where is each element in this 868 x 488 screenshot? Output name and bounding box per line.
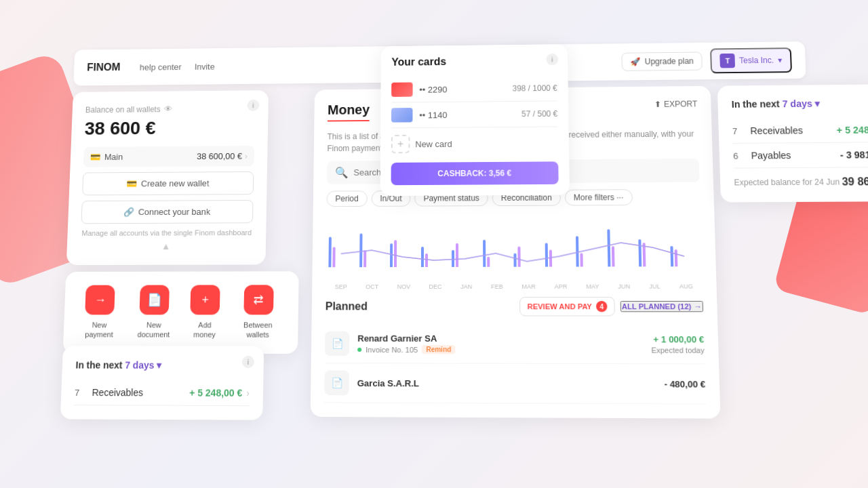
- next7-payables-value: - 3 981,00 €: [840, 149, 868, 160]
- export-icon: ⬆: [654, 100, 661, 109]
- next7-left-num: 7: [75, 387, 85, 397]
- chevron-right-icon: ›: [245, 151, 248, 161]
- wallet-main-amount: 38 600,00 € ›: [197, 151, 248, 161]
- planned-item-2-icon: 📄: [324, 370, 349, 395]
- next7-receivables-value: + 5 248,00 €: [836, 124, 868, 135]
- wallet-main-label: 💳 Main: [90, 152, 123, 162]
- main-wallet-row: 💳 Main 38 600,00 € ›: [83, 146, 254, 167]
- bar-dec-blue: [420, 247, 423, 267]
- bar-nov-blue: [390, 243, 393, 267]
- action-new-payment[interactable]: → New payment: [77, 285, 123, 340]
- bar-oct-purple: [363, 250, 366, 267]
- next7-left-title: In the next 7 days ▾: [75, 359, 250, 371]
- bar-jul-blue: [638, 239, 642, 266]
- link-icon: 🔗: [123, 207, 134, 218]
- bar-mar-purple: [517, 247, 520, 267]
- action-add-money[interactable]: + Add money: [186, 285, 224, 340]
- planned-item-1-sub: Invoice No. 105 Remind: [357, 345, 455, 354]
- eye-icon[interactable]: 👁: [164, 104, 173, 114]
- next7-days-right[interactable]: 7 days ▾: [782, 98, 820, 109]
- logo: FINOM: [87, 62, 121, 74]
- planned-item-1[interactable]: 📄 Renard Garnier SA Invoice No. 105 Remi…: [325, 325, 705, 365]
- next7-receivables-label: Receivables: [750, 125, 803, 136]
- new-card-plus-icon: +: [391, 135, 410, 153]
- all-planned-button[interactable]: ALL PLANNED (12) →: [620, 301, 703, 312]
- nav-invite[interactable]: Invite: [195, 62, 215, 72]
- collapse-icon[interactable]: ▲: [80, 241, 252, 252]
- next7-receivables[interactable]: 7 Receivables + 5 248,00 € ›: [732, 117, 868, 143]
- export-button[interactable]: ⬆ EXPORT: [654, 100, 698, 109]
- wallet-description: Manage all accounts via the single Finom…: [81, 228, 253, 237]
- upgrade-button[interactable]: 🚀 Upgrade plan: [622, 52, 703, 70]
- card-number-2: •• 1140: [419, 110, 447, 120]
- next7-left-info-icon[interactable]: i: [242, 356, 254, 368]
- planned-item-2-left: 📄 Garcia S.A.R.L: [324, 370, 419, 395]
- chart-apr: [545, 243, 573, 266]
- planned-item-1-info: Renard Garnier SA Invoice No. 105 Remind: [357, 333, 455, 354]
- your-cards-popup: i Your cards •• 2290 398 / 1000 € •• 114…: [380, 44, 570, 196]
- planned-title: Planned: [326, 300, 368, 312]
- add-money-icon: +: [191, 285, 220, 314]
- next7-days-left[interactable]: 7 days ▾: [125, 360, 161, 371]
- chart-aug: [670, 246, 699, 266]
- next7-payables[interactable]: 6 Payables - 3 981,00 € ›: [733, 142, 868, 168]
- action-between-wallets[interactable]: ⇄ Between wallets: [231, 285, 285, 340]
- chart-label-jun: JUN: [618, 283, 630, 290]
- planned-item-2-amount-col: - 480,00 €: [664, 378, 705, 389]
- bar-jul-purple: [643, 243, 646, 266]
- add-money-label: Add money: [186, 320, 223, 340]
- new-payment-icon: →: [85, 285, 116, 315]
- wallet-info-icon[interactable]: i: [247, 100, 259, 111]
- card-number-1: •• 2290: [419, 84, 447, 94]
- wallet-balance: 38 600 €: [84, 117, 255, 140]
- chart-area: [326, 212, 702, 268]
- new-payment-label: New payment: [77, 320, 122, 340]
- arrow-right-icon: →: [694, 302, 702, 310]
- filter-period[interactable]: Period: [326, 190, 367, 207]
- company-button[interactable]: T Tesla Inc. ▾: [710, 47, 792, 73]
- review-pay-button[interactable]: REVIEW AND PAY 4: [519, 297, 615, 316]
- bar-aug-purple: [674, 249, 677, 266]
- next7-receivables-left: 7 Receivables: [732, 125, 803, 136]
- cards-info-icon[interactable]: i: [546, 54, 558, 66]
- card-limit-2: 57 / 500 €: [521, 109, 557, 119]
- planned-item-1-name: Renard Garnier SA: [357, 333, 455, 344]
- plus-icon: 💳: [126, 179, 137, 189]
- remind-badge[interactable]: Remind: [422, 345, 455, 354]
- filter-more[interactable]: More filters ···: [565, 189, 633, 205]
- chart-jun: [607, 229, 636, 266]
- bar-feb-blue: [483, 240, 486, 267]
- connect-bank-button[interactable]: 🔗 Connect your bank: [81, 200, 254, 224]
- chart-label-feb: FEB: [491, 283, 503, 290]
- card-item-1[interactable]: •• 2290 398 / 1000 €: [391, 76, 557, 103]
- create-wallet-button[interactable]: 💳 Create new wallet: [82, 171, 254, 195]
- next7-payables-left: 6 Payables: [733, 150, 791, 161]
- bar-jun-blue: [607, 229, 610, 266]
- next7-left-value: + 5 248,00 €: [189, 387, 242, 399]
- bar-aug-blue: [670, 246, 673, 266]
- tab-money[interactable]: Money: [328, 102, 370, 122]
- planned-item-1-date: Expected today: [651, 346, 705, 354]
- new-card-row[interactable]: + New card: [391, 134, 558, 153]
- next7-left-receivables[interactable]: 7 Receivables + 5 248,00 € ›: [74, 380, 250, 406]
- expected-value: 39 867,00 €: [842, 176, 868, 188]
- chart-label-aug: AUG: [679, 283, 693, 290]
- planned-item-1-amount: + 1 000,00 €: [651, 334, 705, 344]
- next7-right-card: i In the next 7 days ▾ 7 Receivables + 5…: [717, 84, 868, 202]
- bar-apr-purple: [549, 249, 551, 266]
- chart-mar: [513, 247, 542, 267]
- next7-left-arrow: ›: [246, 388, 250, 399]
- expected-balance-row: Expected balance for 24 Jun 39 867,00 €: [734, 176, 868, 188]
- card-item-2[interactable]: •• 1140 57 / 500 €: [391, 101, 558, 128]
- planned-item-2[interactable]: 📄 Garcia S.A.R.L - 480,00 €: [324, 363, 706, 404]
- bar-apr-blue: [545, 243, 547, 266]
- between-wallets-label: Between wallets: [231, 320, 285, 340]
- planned-item-1-icon: 📄: [325, 331, 349, 357]
- chart-may: [576, 236, 605, 266]
- nav-help[interactable]: help center: [140, 62, 182, 72]
- chart-label-mar: MAR: [521, 283, 535, 290]
- action-new-document[interactable]: 📄 New document: [129, 285, 179, 340]
- review-count-badge: 4: [596, 301, 608, 312]
- chart-labels: SEP OCT NOV DEC JAN FEB MAR APR MAY JUN …: [326, 283, 703, 290]
- chart-label-may: MAY: [586, 283, 599, 290]
